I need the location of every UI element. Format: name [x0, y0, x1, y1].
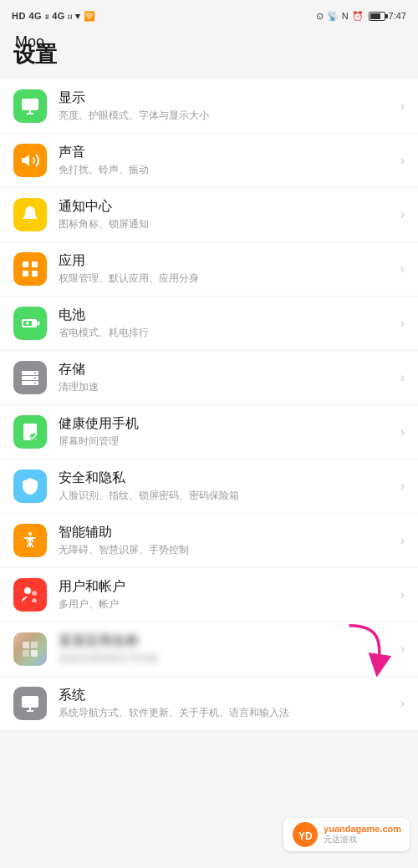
settings-item-accessibility[interactable]: 智能辅助 无障碍、智慧识屏、手势控制 › [0, 514, 418, 568]
settings-list: 显示 亮度、护眼模式、字体与显示大小 › 声音 免打扰、铃声、振动 › [0, 79, 418, 731]
accessibility-icon-wrap [13, 524, 47, 557]
display-subtitle: 亮度、护眼模式、字体与显示大小 [59, 109, 394, 123]
battery-title: 电池 [59, 307, 394, 324]
system-text: 系统 系统导航方式、软件更新、关于手机、语言和输入法 [59, 687, 394, 720]
security-icon-wrap [13, 470, 47, 503]
storage-icon-wrap [13, 361, 47, 394]
display-chevron: › [400, 99, 405, 114]
svg-point-18 [34, 383, 36, 384]
settings-item-notification[interactable]: 通知中心 图标角标、锁屏通知 › [0, 188, 418, 242]
notification-icon-wrap [13, 198, 47, 231]
page-title: 设置 [13, 40, 405, 69]
blurred-title: 某某应用名称 [59, 632, 394, 650]
watermark-label: 元达游戏 [324, 834, 401, 845]
settings-item-storage[interactable]: 存储 清理加速 › [0, 351, 418, 405]
alarm-icon: ⏰ [352, 11, 364, 22]
battery-chevron: › [400, 316, 405, 331]
svg-rect-0 [22, 99, 38, 110]
apps-icon [20, 259, 40, 279]
moo-label: Moo [15, 33, 44, 51]
blurred-icon-wrap [13, 632, 47, 666]
settings-item-health[interactable]: 健康使用手机 屏幕时间管理 › [0, 405, 418, 459]
health-chevron: › [400, 424, 405, 439]
battery-setting-icon [20, 313, 40, 333]
blurred-chevron: › [400, 642, 405, 657]
battery-subtitle: 省电模式、耗电排行 [59, 326, 394, 340]
notification-chevron: › [400, 207, 405, 222]
security-text: 安全和隐私 人脸识别、指纹、锁屏密码、密码保险箱 [59, 470, 394, 503]
settings-item-battery[interactable]: 电池 省电模式、耗电排行 › [0, 297, 418, 351]
storage-title: 存储 [59, 361, 394, 378]
system-subtitle: 系统导航方式、软件更新、关于手机、语言和输入法 [59, 706, 394, 720]
blurred-icon [20, 639, 40, 659]
accessibility-chevron: › [400, 533, 405, 548]
sound-icon [20, 150, 40, 170]
settings-item-security[interactable]: 安全和隐私 人脸识别、指纹、锁屏密码、密码保险箱 › [0, 459, 418, 514]
settings-item-accounts[interactable]: 用户和帐户 多用户、帐户 › [0, 568, 418, 622]
display-icon [20, 96, 40, 116]
blurred-text: 某某应用名称 某某应用说明文字内容 [59, 632, 394, 666]
time-display: 7:47 [389, 11, 406, 21]
svg-point-21 [28, 532, 32, 536]
notification-icon: N [342, 11, 349, 21]
blurred-subtitle: 某某应用说明文字内容 [59, 652, 394, 666]
health-icon [20, 422, 40, 442]
svg-rect-28 [22, 696, 38, 708]
watermark-site: yuandagame.com [324, 824, 401, 834]
notification-bell-icon [20, 205, 40, 225]
battery-status [369, 12, 385, 21]
health-text: 健康使用手机 屏幕时间管理 [59, 415, 394, 449]
svg-marker-3 [22, 155, 29, 166]
cast-icon: 📡 [327, 11, 339, 22]
display-title: 显示 [59, 89, 394, 107]
location-icon: ⊙ [316, 11, 324, 22]
sound-icon-wrap [13, 144, 47, 177]
notification-text: 通知中心 图标角标、锁屏通知 [59, 198, 394, 231]
svg-text:YD: YD [298, 830, 313, 842]
security-subtitle: 人脸识别、指纹、锁屏密码、密码保险箱 [59, 489, 394, 503]
watermark-logo-icon: YD [292, 821, 319, 848]
storage-icon [20, 368, 40, 388]
accounts-icon-wrap [13, 578, 47, 612]
svg-point-22 [24, 587, 31, 594]
svg-rect-5 [32, 261, 38, 267]
settings-item-sound[interactable]: 声音 免打扰、铃声、振动 › [0, 134, 418, 188]
accounts-title: 用户和帐户 [59, 578, 394, 596]
sound-title: 声音 [59, 144, 394, 161]
svg-rect-27 [31, 650, 38, 657]
accessibility-subtitle: 无障碍、智慧识屏、手势控制 [59, 543, 394, 557]
settings-item-system[interactable]: 系统 系统导航方式、软件更新、关于手机、语言和输入法 › [0, 677, 418, 731]
apps-chevron: › [400, 261, 405, 277]
battery-icon-wrap [13, 307, 47, 340]
svg-rect-25 [31, 642, 38, 648]
accessibility-text: 智能辅助 无障碍、智慧识屏、手势控制 [59, 524, 394, 557]
accounts-text: 用户和帐户 多用户、帐户 [59, 578, 394, 612]
svg-point-16 [34, 373, 36, 374]
accessibility-title: 智能辅助 [59, 524, 394, 541]
storage-subtitle: 清理加速 [59, 380, 394, 394]
notification-title: 通知中心 [59, 198, 394, 216]
security-chevron: › [400, 479, 405, 494]
svg-rect-26 [23, 650, 29, 657]
settings-item-display[interactable]: 显示 亮度、护眼模式、字体与显示大小 › [0, 79, 418, 134]
notification-subtitle: 图标角标、锁屏通知 [59, 217, 394, 231]
svg-rect-24 [23, 642, 29, 648]
battery-text: 电池 省电模式、耗电排行 [59, 307, 394, 340]
system-icon [20, 693, 40, 713]
security-title: 安全和隐私 [59, 470, 394, 487]
status-bar: HD 4G ᵢₗ 4G ᵢₗ ▾ 🛜 ⊙ 📡 N ⏰ 7:47 [0, 0, 418, 30]
security-icon [20, 476, 40, 496]
storage-chevron: › [400, 370, 405, 385]
health-icon-wrap [13, 415, 47, 449]
settings-item-apps[interactable]: 应用 权限管理、默认应用、应用分身 › [0, 242, 418, 297]
storage-text: 存储 清理加速 [59, 361, 394, 394]
apps-text: 应用 权限管理、默认应用、应用分身 [59, 252, 394, 286]
svg-rect-6 [23, 271, 28, 277]
accounts-icon [20, 585, 40, 605]
sound-text: 声音 免打扰、铃声、振动 [59, 144, 394, 177]
settings-item-blurred[interactable]: 某某应用名称 某某应用说明文字内容 › [0, 622, 418, 677]
apps-icon-wrap [13, 252, 47, 286]
carrier-info: HD 4G ᵢₗ 4G ᵢₗ ▾ 🛜 [12, 11, 96, 21]
svg-point-23 [32, 591, 37, 596]
system-title: 系统 [59, 687, 394, 704]
